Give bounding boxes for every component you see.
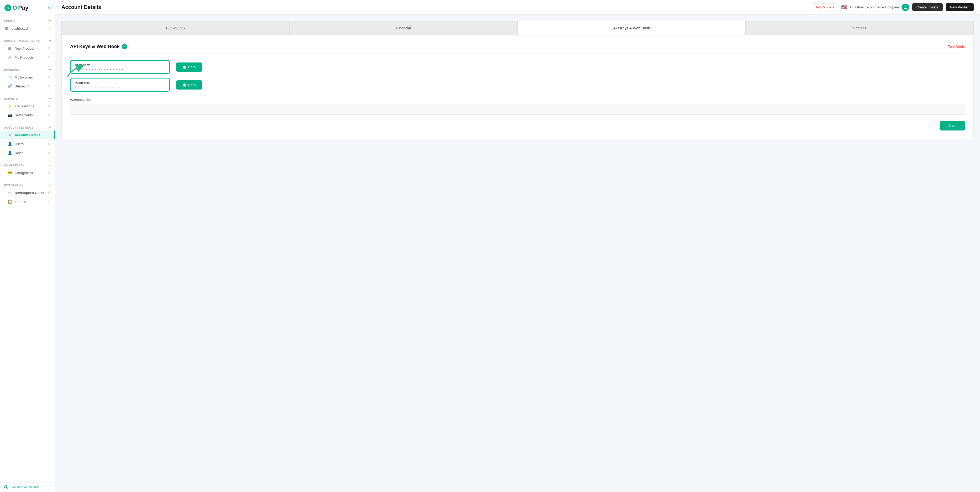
invoicing-section: Invoicing ▾ 📄 My Invoices ⚙ 🔗 ShareLink … [0, 64, 55, 93]
public-key-eye-icon: ○ [75, 85, 77, 89]
product-management-label: PRODUCT MANAGEMENT ▾ [0, 37, 55, 44]
invoicing-label: Invoicing ▾ [0, 66, 55, 73]
public-key-field-wrapper: Public Key ○ PK•••• •••• ••••• ••••• ••• [70, 78, 170, 92]
sidebar-item-iframes[interactable]: 📋 Iframes ⚙ [0, 197, 55, 206]
main-content: Account Details Test Mode ▾ 🇺🇸 Hi, OPay … [55, 0, 980, 492]
test-mode-toggle[interactable]: Test Mode ▾ [812, 3, 838, 11]
secret-key-row: Secret Key 👁 SK•••• •••• •••• ••••••• ••… [70, 60, 965, 74]
save-row: Save [70, 121, 965, 131]
svg-text:O: O [6, 6, 10, 10]
developers-guide-icon: <> [7, 190, 12, 195]
user-greeting: Hi, OPay E-commerce Company [850, 4, 909, 11]
sharelink-gear: ⚙ [48, 84, 51, 88]
chargeback-icon: 💳 [7, 170, 12, 175]
logo-o-text: O [13, 5, 17, 11]
sidebar-item-settlements[interactable]: 📷 Settlements ⚙ [0, 110, 55, 119]
svg-point-3 [5, 487, 7, 488]
iframes-icon: 📋 [7, 199, 12, 204]
sidebar-item-users[interactable]: 👤 Users ⚙ [0, 139, 55, 148]
switch-old-version[interactable]: Switch to old version [0, 482, 55, 492]
user-avatar [902, 4, 909, 11]
public-key-value: ○ PK•••• •••• ••••• ••••• ••• [75, 85, 165, 89]
avatar-icon [904, 5, 908, 10]
new-product-icon: ⊞ [7, 46, 12, 51]
integration-label: Integration ▾ [0, 182, 55, 188]
account-settings-section: Account Settings ▾ ≡ Account Details 👤 U… [0, 121, 55, 159]
secret-key-label: Secret Key [75, 63, 165, 67]
my-invoices-icon: 📄 [7, 75, 12, 80]
sidebar-item-my-products[interactable]: ◎ My Products ⚙ [0, 53, 55, 62]
settlements-gear: ⚙ [48, 113, 51, 117]
reports-chevron: ▾ [49, 97, 51, 100]
page-title: Account Details [61, 4, 101, 10]
reports-label: Reports ▾ [0, 95, 55, 102]
content-area: BUSINESS Financial API Keys & Web Hook S… [55, 15, 980, 492]
dashboard-icon: ⊞ [4, 26, 9, 31]
chargeback-chevron: ▾ [49, 164, 51, 167]
integration-chevron: ▾ [49, 183, 51, 187]
public-key-label: Public Key [75, 81, 165, 84]
test-mode-section-label: Test Mode [948, 45, 965, 49]
sidebar-item-dashboard[interactable]: ⊞ dashboard ★ [0, 24, 55, 33]
pinned-section: Pinned ▾ ⊞ dashboard ★ [0, 15, 55, 35]
account-settings-label: Account Settings ▾ [0, 124, 55, 131]
keys-section: Secret Key 👁 SK•••• •••• •••• ••••••• ••… [70, 60, 965, 92]
my-invoices-gear: ⚙ [48, 75, 51, 79]
tab-api-keys[interactable]: API Keys & Web Hook [517, 21, 746, 35]
account-settings-chevron: ▾ [49, 126, 51, 129]
language-flag[interactable]: 🇺🇸 [841, 5, 847, 10]
sidebar-item-my-invoices[interactable]: 📄 My Invoices ⚙ [0, 73, 55, 82]
transactions-icon: ⚡ [7, 104, 12, 108]
sidebar: O OPay ‹‹ Pinned ▾ ⊞ dashboard ★ PRODUCT… [0, 0, 55, 492]
tab-business[interactable]: BUSINESS [61, 21, 290, 35]
app-logo: O OPay [4, 4, 29, 11]
verified-badge: ✓ [122, 44, 127, 49]
arrow-annotation [65, 63, 86, 80]
integration-section: Integration ▾ <> Developer's Guide ⚙ 📋 I… [0, 179, 55, 208]
iframes-gear: ⚙ [48, 200, 51, 204]
test-mode-chevron: ▾ [833, 5, 835, 9]
sidebar-collapse-button[interactable]: ‹‹ [48, 5, 51, 11]
webhook-label: Webhook URL [70, 98, 965, 102]
secret-key-value: 👁 SK•••• •••• •••• ••••••• •••• [75, 67, 165, 71]
logo-pay-text: Pay [18, 5, 29, 11]
sidebar-item-roles[interactable]: 👤 Roles ⚙ [0, 148, 55, 157]
switch-icon [4, 485, 8, 489]
sidebar-logo: O OPay ‹‹ [0, 0, 55, 15]
settlements-icon: 📷 [7, 113, 12, 117]
roles-gear: ⚙ [48, 151, 51, 154]
tab-settings[interactable]: Settings [746, 21, 974, 35]
sharelink-icon: 🔗 [7, 84, 12, 89]
sidebar-item-sharelink[interactable]: 🔗 ShareLink ⚙ [0, 82, 55, 91]
roles-icon: 👤 [7, 150, 12, 155]
secret-key-copy-button[interactable]: 📋 Copy [176, 62, 202, 72]
copy-icon-secret: 📋 [182, 65, 187, 69]
sidebar-item-transactions[interactable]: ⚡ Transactions ⚙ [0, 102, 55, 110]
new-product-button[interactable]: New Product [946, 3, 974, 11]
sidebar-item-chargeback[interactable]: 💳 Chargeback ⚙ [0, 168, 55, 177]
reports-section: Reports ▾ ⚡ Transactions ⚙ 📷 Settlements… [0, 93, 55, 121]
header-left: Account Details [61, 4, 101, 10]
create-invoice-button[interactable]: Create Invoice [912, 3, 943, 11]
invoicing-chevron: ▾ [49, 68, 51, 72]
public-key-copy-button[interactable]: 📋 Copy [176, 80, 202, 89]
pinned-chevron: ▾ [49, 19, 51, 23]
tabs-bar: BUSINESS Financial API Keys & Web Hook S… [61, 21, 974, 35]
api-keys-card: API Keys & Web Hook ✓ Test Mode [61, 35, 974, 139]
header-right: Test Mode ▾ 🇺🇸 Hi, OPay E-commerce Compa… [812, 3, 974, 11]
sidebar-item-new-product[interactable]: ⊞ New Product ⚙ [0, 44, 55, 53]
transactions-gear: ⚙ [48, 104, 51, 108]
chargeback-gear: ⚙ [48, 171, 51, 175]
header: Account Details Test Mode ▾ 🇺🇸 Hi, OPay … [55, 0, 980, 15]
sidebar-item-developers-guide[interactable]: <> Developer's Guide ⚙ [0, 188, 55, 197]
save-button[interactable]: Save [940, 121, 965, 131]
tab-financial[interactable]: Financial [290, 21, 517, 35]
copy-icon-public: 📋 [182, 83, 187, 87]
webhook-url-input[interactable] [70, 104, 965, 115]
users-gear: ⚙ [48, 142, 51, 146]
logo-icon: O [4, 4, 11, 11]
account-details-icon: ≡ [7, 132, 12, 137]
sidebar-item-account-details[interactable]: ≡ Account Details [0, 131, 55, 139]
my-products-icon: ◎ [7, 55, 12, 60]
chargeback-section: CHARGEBACK ▾ 💳 Chargeback ⚙ [0, 159, 55, 179]
